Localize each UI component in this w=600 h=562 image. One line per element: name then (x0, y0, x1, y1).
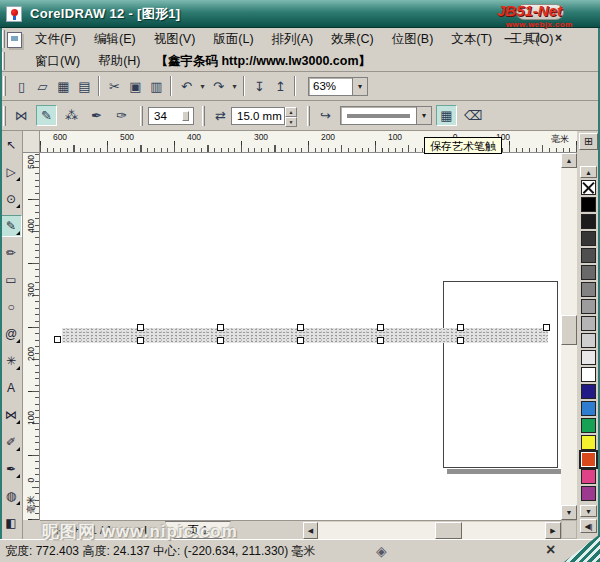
mdi-minimize-icon[interactable]: — (503, 31, 518, 45)
swatch-gray-40[interactable] (581, 299, 596, 314)
menu-edit[interactable]: 编辑(E) (85, 29, 145, 49)
open-icon[interactable]: ▱ (32, 76, 53, 97)
selection-handle[interactable] (377, 324, 384, 331)
drawing-canvas[interactable] (40, 153, 561, 520)
new-icon[interactable]: ▯ (11, 76, 32, 97)
swatch-blue[interactable] (581, 401, 596, 416)
basic-shapes-tool[interactable]: ✳ (1, 350, 22, 372)
selection-handle[interactable] (457, 337, 464, 344)
brush-icon[interactable]: ✎ (36, 105, 57, 126)
selection-handle[interactable] (54, 336, 61, 343)
swatch-gray-10[interactable] (581, 350, 596, 365)
selection-handle[interactable] (297, 337, 304, 344)
propbar-grip[interactable] (3, 106, 6, 126)
eyedropper-tool[interactable]: ✐ (1, 431, 22, 453)
zoom-level-combo[interactable]: 63% ▾ (308, 77, 368, 96)
menu-help[interactable]: 帮助(H) (89, 51, 149, 71)
freehand-smoothing-input[interactable]: 34 (148, 107, 194, 125)
app-icon[interactable] (6, 6, 22, 22)
selection-handle[interactable] (137, 324, 144, 331)
menu-arrange[interactable]: 排列(A) (263, 29, 323, 49)
swatch-green[interactable] (581, 418, 596, 433)
preset-stroke-icon[interactable]: ⋈ (11, 105, 32, 126)
swatch-white[interactable] (581, 367, 596, 382)
save-artistic-stroke-icon[interactable]: ▦ (436, 105, 457, 126)
swatch-navy[interactable] (581, 384, 596, 399)
menu-text[interactable]: 文本(T) (442, 29, 501, 49)
undo-icon[interactable]: ↶ (176, 76, 197, 97)
redo-icon[interactable]: ↷ (208, 76, 229, 97)
calligraphic-icon[interactable]: ✒ (86, 105, 107, 126)
scroll-down-icon[interactable]: ▼ (561, 505, 577, 520)
text-tool[interactable]: A (1, 377, 22, 399)
mdi-close-icon[interactable]: × (551, 31, 566, 45)
swatch-gray-50[interactable] (581, 282, 596, 297)
swatch-orange-red[interactable] (581, 452, 596, 467)
horizontal-scrollbar[interactable]: ◀ ▶ (303, 522, 561, 539)
menu-view[interactable]: 视图(V) (145, 29, 205, 49)
palette-flyout-icon[interactable]: ◀| (580, 519, 597, 533)
menu-effects[interactable]: 效果(C) (322, 29, 382, 49)
palette-options-icon[interactable]: ⊞ (579, 133, 598, 150)
swatch-black[interactable] (581, 197, 596, 212)
selection-handle[interactable] (217, 324, 224, 331)
copy-icon[interactable]: ▣ (125, 76, 146, 97)
no-color-swatch[interactable] (581, 180, 596, 195)
selection-handle[interactable] (217, 337, 224, 344)
swatch-magenta[interactable] (581, 469, 596, 484)
menu-file[interactable]: 文件(F) (26, 29, 85, 49)
swatch-gray-20[interactable] (581, 333, 596, 348)
interactive-fill-tool[interactable]: ◧ (1, 512, 22, 534)
document-icon[interactable] (7, 32, 22, 48)
fill-tool[interactable]: ◍ (1, 485, 22, 507)
redo-dropdown-icon[interactable]: ▾ (229, 76, 240, 97)
save-icon[interactable]: ▦ (53, 76, 74, 97)
spiral-tool[interactable]: @ (1, 323, 22, 345)
smart-drawing-tool[interactable]: ✏ (1, 242, 22, 264)
menu-layout[interactable]: 版面(L) (204, 29, 262, 49)
object-sprayer-icon[interactable]: ⁂ (61, 105, 82, 126)
swatch-gray-30[interactable] (581, 316, 596, 331)
mdi-restore-icon[interactable]: ❐ (527, 31, 542, 45)
selection-handle[interactable] (297, 324, 304, 331)
menu-banner-ad[interactable]: 【鑫宇条码 http://www.lw3000.com】 (149, 53, 377, 70)
scroll-up-icon[interactable]: ▲ (561, 153, 577, 168)
stroke-list-combo[interactable]: ▾ (340, 106, 432, 125)
swatch-purple[interactable] (581, 486, 596, 501)
first-page-button[interactable]: |◀ (52, 525, 69, 535)
rectangle-tool[interactable]: ▭ (1, 269, 22, 291)
paste-icon[interactable]: ▥ (146, 76, 167, 97)
vscroll-thumb[interactable] (561, 315, 577, 345)
swatch-yellow[interactable] (581, 435, 596, 450)
selection-handle[interactable] (377, 337, 384, 344)
toolbar-grip[interactable] (3, 76, 6, 96)
smoothing-slider[interactable] (182, 111, 189, 121)
pressure-icon[interactable]: ✑ (111, 105, 132, 126)
browse-icon[interactable]: ↪ (315, 105, 336, 126)
menubar-grip2[interactable] (2, 52, 5, 70)
menubar-grip[interactable] (2, 30, 5, 48)
import-icon[interactable]: ↧ (249, 76, 270, 97)
pick-tool[interactable]: ↖ (1, 134, 22, 156)
swatch-gray-70[interactable] (581, 248, 596, 263)
shape-tool[interactable]: ▷ (1, 161, 22, 183)
stroke-width-spinner[interactable]: ▲▼ (285, 107, 297, 125)
ruler-origin-box[interactable] (23, 131, 40, 153)
interactive-blend-tool[interactable]: ⋈ (1, 404, 22, 426)
selection-handle[interactable] (137, 337, 144, 344)
undo-dropdown-icon[interactable]: ▾ (197, 76, 208, 97)
menu-bitmaps[interactable]: 位图(B) (383, 29, 443, 49)
selection-handle[interactable] (457, 324, 464, 331)
delete-stroke-icon[interactable]: ⌫ (463, 105, 484, 126)
outline-tool[interactable]: ✒ (1, 458, 22, 480)
swatch-gray-60[interactable] (581, 265, 596, 280)
zoom-dropdown-icon[interactable]: ▾ (352, 78, 367, 95)
add-page-before-button[interactable]: + (69, 525, 82, 535)
scroll-right-icon[interactable]: ▶ (545, 522, 561, 539)
swatch-gray-90[interactable] (581, 214, 596, 229)
stroke-dropdown-icon[interactable]: ▾ (416, 107, 431, 124)
page-tab[interactable]: 页 1 (165, 521, 231, 539)
selection-handle[interactable] (543, 324, 550, 331)
palette-scroll-up-icon[interactable]: ▲ (580, 166, 597, 178)
scroll-left-icon[interactable]: ◀ (303, 522, 318, 539)
